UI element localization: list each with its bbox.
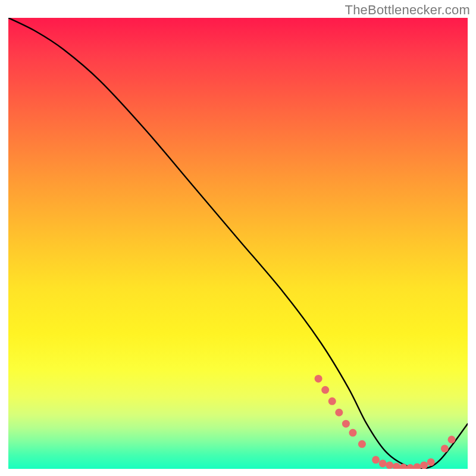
plot-area <box>8 18 468 469</box>
curve-marker <box>335 409 343 416</box>
curve-marker <box>441 444 449 452</box>
curve-marker <box>358 440 366 448</box>
curve-marker <box>427 458 435 466</box>
curve-markers <box>315 375 456 469</box>
bottleneck-curve <box>8 18 468 469</box>
chart-container: TheBottlenecker.com <box>0 0 476 476</box>
curve-marker <box>372 456 380 464</box>
curve-marker <box>406 464 414 469</box>
curve-marker <box>328 397 336 405</box>
curve-marker <box>386 461 393 469</box>
curve-marker <box>447 436 455 443</box>
curve-marker <box>414 463 421 469</box>
curve-marker <box>321 386 329 394</box>
curve-marker <box>420 461 428 469</box>
curve-marker <box>342 420 350 428</box>
curve-marker <box>349 429 357 437</box>
curve-marker <box>393 463 400 469</box>
chart-svg <box>8 18 468 469</box>
attribution-text: TheBottlenecker.com <box>345 2 470 18</box>
curve-marker <box>379 459 387 467</box>
curve-marker <box>315 375 322 383</box>
curve-marker <box>399 464 407 469</box>
